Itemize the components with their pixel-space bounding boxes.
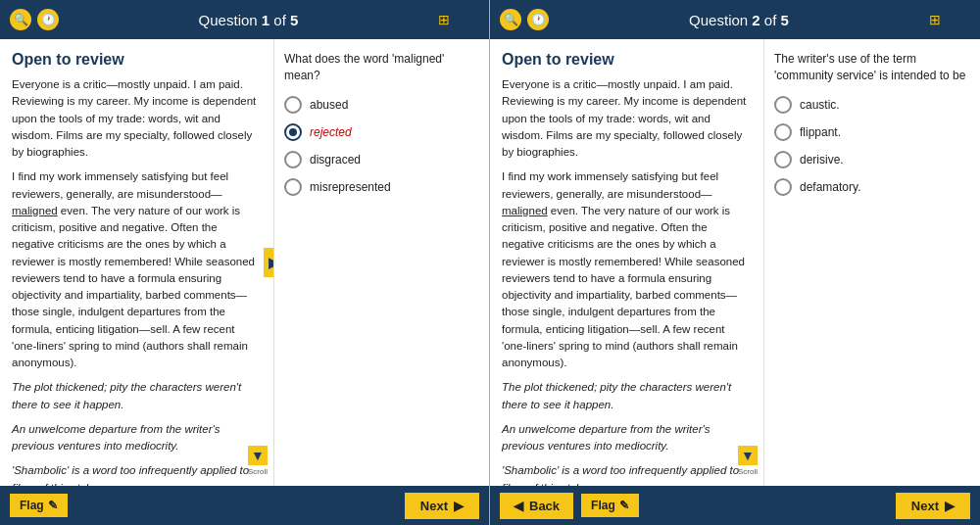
clock-icon[interactable]: 🕐 bbox=[37, 9, 59, 30]
panel2-header-icons: 🔍 🕐 bbox=[500, 9, 549, 30]
panel2-passage-p2: I find my work immensely satisfying but … bbox=[502, 168, 752, 371]
next-arrow-icon: ▶ bbox=[454, 499, 464, 513]
grid-icon[interactable]: ⊞ bbox=[438, 12, 450, 27]
panel1-question-text: What does the word 'maligned' mean? bbox=[284, 51, 479, 84]
panel1-radio-1[interactable] bbox=[284, 96, 302, 114]
panel2-radio-1[interactable] bbox=[774, 96, 792, 114]
search-icon[interactable]: 🔍 bbox=[10, 9, 31, 30]
panel2-radio-4[interactable] bbox=[774, 178, 792, 196]
panel1-body: Open to review Everyone is a critic—most… bbox=[0, 39, 489, 486]
panel2-passage-p1: Everyone is a critic—mostly unpaid. I am… bbox=[502, 76, 752, 161]
panel2-clock-icon[interactable]: 🕐 bbox=[527, 9, 549, 30]
panel2-scroll-label: Scroll bbox=[738, 467, 758, 476]
panel1-flag-button[interactable]: Flag ✎ bbox=[10, 494, 68, 517]
panel2-grid-icon[interactable]: ⊞ bbox=[929, 12, 941, 27]
panel1-answer-label-1: abused bbox=[310, 98, 348, 112]
panel2-question-text: The writer's use of the term 'community … bbox=[774, 51, 970, 84]
panel1-answer-label-4: misrepresented bbox=[310, 180, 391, 194]
flag-icon: ✎ bbox=[48, 499, 58, 512]
panel1-radio-2[interactable] bbox=[284, 123, 302, 141]
panel1-radio-4[interactable] bbox=[284, 178, 302, 196]
scroll-label: Scroll bbox=[248, 467, 268, 476]
panel1-answer-2[interactable]: rejected bbox=[284, 123, 479, 141]
panel2-radio-3[interactable] bbox=[774, 151, 792, 168]
panel1-passage-col: Open to review Everyone is a critic—most… bbox=[0, 39, 274, 486]
panel2-header: 🔍 🕐 Question 2 of 5 ⊞ bbox=[490, 0, 980, 39]
panel1-passage-p3: The plot thickened; pity the characters … bbox=[12, 379, 262, 413]
panel2-answer-label-4: defamatory. bbox=[800, 180, 860, 194]
panel2-answer-2[interactable]: flippant. bbox=[774, 123, 970, 141]
panel1-header-icons: 🔍 🕐 bbox=[10, 9, 59, 30]
panel2-passage-p5: 'Shambolic' is a word too infrequently a… bbox=[502, 462, 752, 486]
panel2-answer-label-3: derisive. bbox=[800, 153, 844, 167]
panel1-answer-label-3: disgraced bbox=[310, 153, 361, 167]
panel1-answer-3[interactable]: disgraced bbox=[284, 151, 479, 168]
panel2-next-button[interactable]: Next ▶ bbox=[896, 493, 970, 519]
panel-question-2: 🔍 🕐 Question 2 of 5 ⊞ Open to review Eve… bbox=[490, 0, 980, 525]
panel2-flag-icon: ✎ bbox=[619, 499, 629, 512]
panel2-answer-1[interactable]: caustic. bbox=[774, 96, 970, 114]
panel1-answer-1[interactable]: abused bbox=[284, 96, 479, 114]
panel2-back-button[interactable]: ◀ Back bbox=[500, 493, 573, 519]
panel1-passage-p2: I find my work immensely satisfying but … bbox=[12, 168, 262, 371]
panel2-passage-p4: An unwelcome departure from the writer's… bbox=[502, 421, 752, 455]
panel2-passage-col: Open to review Everyone is a critic—most… bbox=[490, 39, 764, 486]
panel2-answer-label-1: caustic. bbox=[800, 98, 840, 112]
panel1-header: 🔍 🕐 Question 1 of 5 ⊞ bbox=[0, 0, 489, 39]
panel2-answer-label-2: flippant. bbox=[800, 125, 841, 139]
panel2-search-icon[interactable]: 🔍 bbox=[500, 9, 521, 30]
panel2-scroll-indicator: ▼ Scroll bbox=[738, 446, 758, 476]
panel1-section-title: Open to review bbox=[12, 51, 262, 69]
panel-question-1: 🔍 🕐 Question 1 of 5 ⊞ Open to review Eve… bbox=[0, 0, 490, 525]
panel1-maligned: maligned bbox=[12, 205, 58, 216]
panel1-question-col: What does the word 'maligned' mean? abus… bbox=[274, 39, 489, 486]
panel1-passage-p1: Everyone is a critic—mostly unpaid. I am… bbox=[12, 76, 262, 161]
panel2-title: Question 2 of 5 bbox=[549, 12, 929, 28]
panel1-nav-arrow[interactable]: ▶ bbox=[264, 248, 274, 277]
panel2-section-title: Open to review bbox=[502, 51, 752, 69]
panel2-maligned: maligned bbox=[502, 205, 548, 216]
panel1-next-button[interactable]: Next ▶ bbox=[405, 493, 479, 519]
back-arrow-icon: ◀ bbox=[514, 499, 523, 513]
panel1-passage-p5: 'Shambolic' is a word too infrequently a… bbox=[12, 462, 262, 486]
panel2-passage-p3: The plot thickened; pity the characters … bbox=[502, 379, 752, 413]
panel1-title: Question 1 of 5 bbox=[59, 12, 438, 28]
panel1-passage-p4: An unwelcome departure from the writer's… bbox=[12, 421, 262, 455]
panel2-radio-2[interactable] bbox=[774, 123, 792, 141]
panel2-flag-button[interactable]: Flag ✎ bbox=[581, 494, 639, 517]
panel2-question-col: The writer's use of the term 'community … bbox=[764, 39, 980, 486]
panel2-answer-3[interactable]: derisive. bbox=[774, 151, 970, 168]
panel2-footer: ◀ Back Flag ✎ Next ▶ bbox=[490, 486, 980, 525]
panel1-answer-4[interactable]: misrepresented bbox=[284, 178, 479, 196]
panel1-footer: Flag ✎ Next ▶ bbox=[0, 486, 489, 525]
panel2-body: Open to review Everyone is a critic—most… bbox=[490, 39, 980, 486]
panel1-scroll-indicator: ▼ Scroll bbox=[248, 446, 268, 476]
scroll-down-icon[interactable]: ▼ bbox=[248, 446, 268, 465]
panel1-radio-3[interactable] bbox=[284, 151, 302, 168]
panel2-answer-4[interactable]: defamatory. bbox=[774, 178, 970, 196]
panel1-answer-label-2: rejected bbox=[310, 125, 352, 139]
panel2-next-arrow-icon: ▶ bbox=[945, 499, 955, 513]
panel2-scroll-down-icon[interactable]: ▼ bbox=[738, 446, 758, 465]
